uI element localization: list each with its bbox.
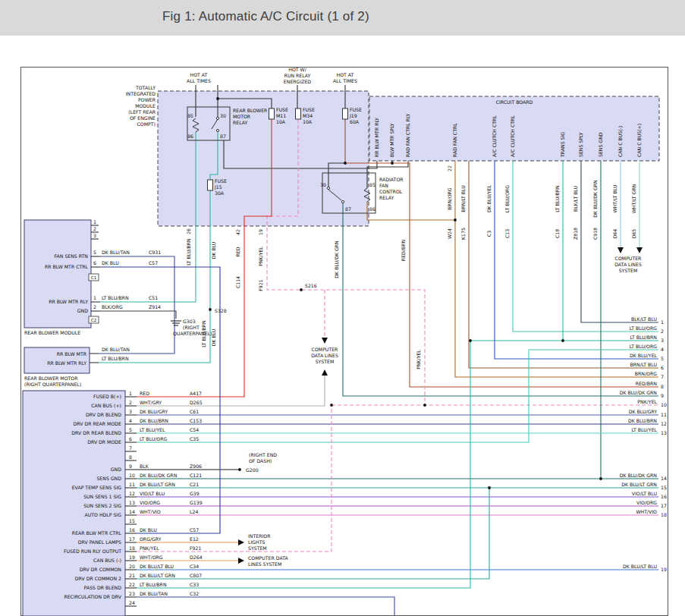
pin-number: 15 xyxy=(129,518,135,523)
wire-color-label: DK BLU/DK GRN xyxy=(620,390,658,395)
acm-pin-label: SENS GND xyxy=(96,476,121,481)
acm-pin-label: DRV DR BLEND xyxy=(86,412,121,417)
wire-color-label: DK BLU/BRN xyxy=(628,418,657,423)
pin-number: 11 xyxy=(129,482,135,487)
circuit-code: C153 xyxy=(190,418,202,423)
acm-pin-label: FUSED B(+) xyxy=(93,394,121,399)
wire-color-label: LT BLU/ORG xyxy=(630,344,658,349)
pin-number: 3 xyxy=(129,409,132,414)
wire-color-label: F921 xyxy=(258,279,263,291)
system-label: COMPUTER xyxy=(615,256,642,261)
board-pin-label: A/C CLUTCH CTRL xyxy=(492,115,497,157)
acm-pin-label: PASS DR BLEND xyxy=(84,585,122,590)
acm-pin-label: DRV DR REAR BLEND xyxy=(71,430,121,435)
wire-color-label: PNK/YEL xyxy=(140,545,159,551)
wire-color-label: LT BLU/BRN xyxy=(630,335,657,340)
pin-number: 6 xyxy=(93,260,96,266)
acm-pin-label: CAN BUS (+) xyxy=(91,403,121,408)
tipm-label: MODULE xyxy=(135,103,156,108)
tipm-label: TOTALLY xyxy=(135,85,156,90)
pin-number: 2 xyxy=(93,226,96,231)
wire-color-label: DK BLU/YEL xyxy=(630,353,657,358)
circuit-code: D264 xyxy=(190,555,203,560)
ground-location: OF DASH) xyxy=(249,458,272,464)
wire-color-label: DK BLU/LT BLU xyxy=(140,564,174,569)
wire-color-label: DK BLU/LT GRN xyxy=(140,482,175,487)
acm-pin-label: DRV PANEL LAMPS xyxy=(78,539,121,545)
pin-number: 18 xyxy=(661,512,667,517)
pin-number: 1 xyxy=(661,319,664,325)
fuse-label: FUSE xyxy=(303,107,315,112)
board-pin-label: SENS SPLY xyxy=(578,132,583,157)
acm-pin-label: AUTO HDLP SIG xyxy=(85,512,122,517)
circuit-code: C34 xyxy=(190,564,199,569)
relay-label: REAR BLOWER xyxy=(233,108,268,113)
wire-color-label: RED xyxy=(140,391,149,396)
wire-color-label: BLK/LT BLU xyxy=(631,316,657,322)
wire-color-label: WHT/ORG xyxy=(140,555,163,560)
circuit-code: C33 xyxy=(190,582,199,587)
fuse-label: 10A xyxy=(276,119,286,124)
pin-number: 12 xyxy=(129,491,135,496)
wire-color-label: RED/BRN xyxy=(401,240,406,262)
pin-number: 21 xyxy=(129,573,135,578)
pin-number: 3 xyxy=(661,338,664,343)
fuse-label: 60A xyxy=(350,119,360,124)
junction-dot xyxy=(238,468,241,471)
pin-number: 1 xyxy=(93,295,96,300)
tipm-label: COMPT) xyxy=(137,121,156,127)
circuit-code: D65 xyxy=(631,229,636,239)
junction-dot xyxy=(423,404,426,407)
pin-number: 4 xyxy=(661,347,664,352)
pin-number: 5 xyxy=(661,356,664,361)
module-label: (RIGHT QUARTERPANEL) xyxy=(24,382,81,387)
wire-color-label: DK BLU/TAN xyxy=(140,591,168,596)
fuse-label: M11 xyxy=(276,113,286,118)
acm-pin-label: CAN BUS (-) xyxy=(93,558,121,563)
acm-pin-label: FUSED RUN RLY OUTPUT xyxy=(64,548,121,554)
pin-number: 14 xyxy=(129,509,135,514)
hot-label: ALL TIMES xyxy=(187,78,211,83)
pin-number: 1 xyxy=(93,219,96,225)
pin-number: 2 xyxy=(661,328,664,334)
relay-contact-icon xyxy=(327,187,329,189)
wire-color-label: LT BLU/BRN xyxy=(102,356,129,361)
junction-dot xyxy=(469,339,472,342)
module-label: REAR BLOWER MODULE xyxy=(24,330,80,335)
fuse-label: FUSE xyxy=(276,107,288,112)
relay-label: RELAY xyxy=(379,195,394,200)
system-label: LIGHTS xyxy=(248,539,265,545)
system-label: COMPUTER DATA xyxy=(248,555,288,561)
tipm-label: OF ENGINE xyxy=(130,115,156,121)
junction-dot xyxy=(454,218,457,222)
circuit-code: C13 xyxy=(504,229,510,238)
pin-number: 16 xyxy=(129,527,135,533)
circuit-code: C57 xyxy=(190,527,199,533)
circuit-code: C61 xyxy=(190,409,199,414)
pin-number: 10 xyxy=(661,402,667,407)
board-pin-label: A/C CLUTCH CTRL xyxy=(510,115,515,157)
system-label: LINES SYSTEM xyxy=(248,561,281,567)
splice-label: S328 xyxy=(215,308,227,313)
acm-pin-label: SUN SENS 2 SIG xyxy=(83,503,121,508)
acm-pin-label: REAR BLW MTR CTRL xyxy=(72,530,122,536)
wire-color-label: DK BLU xyxy=(140,527,157,533)
wire-color-label: DK BLU/GRY xyxy=(629,409,657,414)
fuse-icon xyxy=(343,108,348,119)
wire-color-label: DK BLU/GRY xyxy=(140,409,168,414)
pin-number: 2 xyxy=(129,400,132,405)
circuit-code: L24 xyxy=(190,509,198,514)
relay-pin: 30 xyxy=(320,182,326,187)
tipm-label: POWER xyxy=(138,97,156,102)
wire-color-label: PNK/YEL xyxy=(416,350,421,369)
system-label: INTERIOR xyxy=(248,533,271,539)
acm-pin-label: GND xyxy=(111,467,121,472)
wire-color-label: DK BLU/DK GRN xyxy=(592,180,598,218)
system-label: SYSTEM xyxy=(248,545,267,551)
wire-color-label: LT BLU/YEL xyxy=(632,427,658,432)
rbm-pin-label: GND xyxy=(77,308,88,313)
wire-color-label: VIO/LT BLU xyxy=(140,491,165,496)
pin-number: 2 xyxy=(93,304,96,310)
fuse-icon xyxy=(269,108,275,119)
wire-color-label: LT BLU/BRN xyxy=(555,185,560,212)
